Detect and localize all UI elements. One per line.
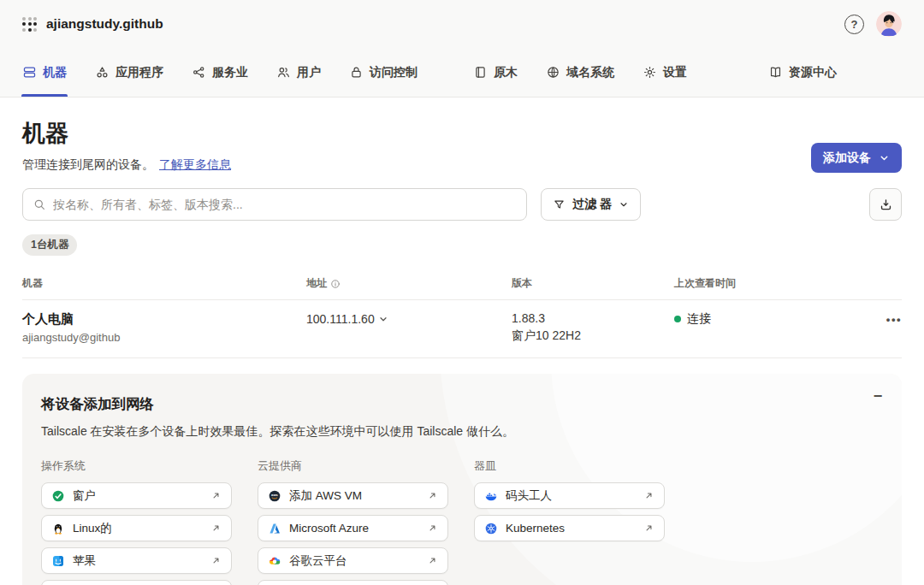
machine-name-link[interactable]: 个人电脑 xyxy=(22,311,306,328)
button-label: 码头工人 xyxy=(506,488,636,504)
learn-more-link[interactable]: 了解更多信息 xyxy=(159,157,231,173)
tab-apps[interactable]: 应用程序 xyxy=(95,48,163,97)
machine-owner: ajiangstudy@github xyxy=(22,331,306,344)
card-description: Tailscale 在安装在多个设备上时效果最佳。探索在这些环境中可以使用 Ta… xyxy=(41,424,883,440)
column-operating-systems: 操作系统 窗户 Linux的 xyxy=(41,458,232,585)
tab-users[interactable]: 用户 xyxy=(276,48,321,97)
tab-label: 机器 xyxy=(43,65,67,80)
button-label: Kubernetes xyxy=(506,522,636,535)
button-stack: aws 添加 AWS VM Microsoft Azure xyxy=(258,482,448,585)
os-value: 窗户10 22H2 xyxy=(512,328,674,344)
primary-nav: 机器 应用程序 服务业 用户 访问控制 原木 域 xyxy=(0,48,924,98)
apple-icon xyxy=(51,554,65,568)
azure-button[interactable]: Microsoft Azure xyxy=(258,515,448,541)
tab-logs[interactable]: 原木 xyxy=(473,48,518,97)
machine-cell: 个人电脑 ajiangstudy@github xyxy=(22,311,306,344)
arrow-up-right-icon xyxy=(210,555,222,566)
address-dropdown[interactable]: 100.111.1.60 xyxy=(306,312,388,326)
info-icon[interactable] xyxy=(330,279,341,289)
apps-icon xyxy=(95,65,110,80)
apple-button[interactable]: 苹果 xyxy=(41,547,232,574)
card-title: 将设备添加到网络 xyxy=(41,395,883,414)
tab-machines[interactable]: 机器 xyxy=(22,48,67,97)
filter-label: 过滤 器 xyxy=(572,197,612,212)
tab-label: 应用程序 xyxy=(116,65,163,80)
tab-settings[interactable]: 设置 xyxy=(643,48,687,97)
arrow-up-right-icon xyxy=(643,490,654,501)
tab-label: 服务业 xyxy=(212,65,248,80)
windows-button[interactable]: 窗户 xyxy=(41,482,232,509)
tab-label: 设置 xyxy=(663,65,687,80)
arrow-up-right-icon xyxy=(427,523,438,534)
filter-button[interactable]: 过滤 器 xyxy=(541,188,641,221)
page-head: 机器 管理连接到尾网的设备。 了解更多信息 添加设备 xyxy=(22,118,902,173)
globe-icon xyxy=(546,65,560,80)
linux-icon xyxy=(51,522,65,535)
tab-dns[interactable]: 域名系统 xyxy=(546,48,614,97)
column-heading: 云提供商 xyxy=(258,458,448,474)
view-more-os-button[interactable]: 查看更多 xyxy=(41,580,232,585)
aws-vm-button[interactable]: aws 添加 AWS VM xyxy=(258,482,448,509)
button-label: Linux的 xyxy=(73,521,203,536)
page-title: 机器 xyxy=(22,118,231,149)
docker-button[interactable]: 码头工人 xyxy=(474,482,665,509)
users-icon xyxy=(276,65,291,80)
subtitle-text: 管理连接到尾网的设备。 xyxy=(22,157,154,173)
tab-label: 域名系统 xyxy=(566,65,614,80)
tab-label: 访问控制 xyxy=(370,65,418,80)
machines-table: 机器 地址 版本 上次查看时间 个人电脑 ajiangstudy@github … xyxy=(22,276,902,358)
tailscale-logo-icon xyxy=(22,17,37,32)
add-device-button[interactable]: 添加设备 xyxy=(811,143,902,173)
arrow-up-right-icon xyxy=(210,523,222,534)
azure-icon xyxy=(268,522,281,535)
page-head-left: 机器 管理连接到尾网的设备。 了解更多信息 xyxy=(22,118,231,173)
org-name: ajiangstudy.github xyxy=(46,16,163,32)
view-more-cloud-button[interactable]: 查看更多 xyxy=(258,580,448,585)
column-heading: 器皿 xyxy=(474,458,665,474)
button-label: 苹果 xyxy=(73,553,203,569)
toolbar: 过滤 器 xyxy=(22,188,902,221)
arrow-up-right-icon xyxy=(427,555,438,566)
kubernetes-button[interactable]: Kubernetes xyxy=(474,515,665,541)
address-header-label: 地址 xyxy=(306,276,327,291)
table-row: 个人电脑 ajiangstudy@github 100.111.1.60 1.8… xyxy=(22,300,902,358)
table-header-row: 机器 地址 版本 上次查看时间 xyxy=(22,276,902,300)
search-box xyxy=(22,188,527,221)
button-stack: 窗户 Linux的 苹果 xyxy=(41,482,232,585)
linux-button[interactable]: Linux的 xyxy=(41,515,232,541)
column-header-machine: 机器 xyxy=(22,276,306,291)
gear-icon xyxy=(643,65,657,80)
gcp-icon xyxy=(268,554,281,568)
kubernetes-icon xyxy=(484,522,498,535)
button-label: Microsoft Azure xyxy=(289,522,419,535)
row-menu-icon[interactable]: ••• xyxy=(886,313,902,326)
docker-icon xyxy=(484,489,498,503)
download-button[interactable] xyxy=(869,188,902,221)
chevron-down-icon xyxy=(619,199,629,210)
version-value: 1.88.3 xyxy=(512,311,674,325)
status-dot-connected xyxy=(674,316,681,322)
tab-resource-center[interactable]: 资源中心 xyxy=(768,48,837,97)
version-cell: 1.88.3 窗户10 22H2 xyxy=(512,311,674,344)
column-containers: 器皿 码头工人 xyxy=(474,458,665,585)
search-input[interactable] xyxy=(53,198,517,211)
gcp-button[interactable]: 谷歌云平台 xyxy=(258,547,448,574)
tab-access-controls[interactable]: 访问控制 xyxy=(349,48,418,97)
tab-services[interactable]: 服务业 xyxy=(192,48,248,97)
tab-label: 用户 xyxy=(297,65,321,80)
header-actions: ? xyxy=(844,11,902,37)
arrow-up-right-icon xyxy=(427,490,438,501)
app-header: ajiangstudy.github ? xyxy=(0,0,924,48)
button-label: 添加 AWS VM xyxy=(289,488,419,504)
help-icon[interactable]: ? xyxy=(844,15,864,34)
arrow-up-right-icon xyxy=(210,490,222,501)
column-header-address: 地址 xyxy=(306,276,512,291)
lock-icon xyxy=(349,65,364,80)
column-header-last-seen: 上次查看时间 xyxy=(674,276,868,291)
avatar[interactable] xyxy=(876,11,902,37)
windows-icon xyxy=(51,489,65,503)
card-columns: 操作系统 窗户 Linux的 xyxy=(41,458,883,585)
add-devices-card: − 将设备添加到网络 Tailscale 在安装在多个设备上时效果最佳。探索在这… xyxy=(22,374,902,585)
avatar-illustration xyxy=(876,11,902,37)
button-label: 窗户 xyxy=(73,488,203,504)
